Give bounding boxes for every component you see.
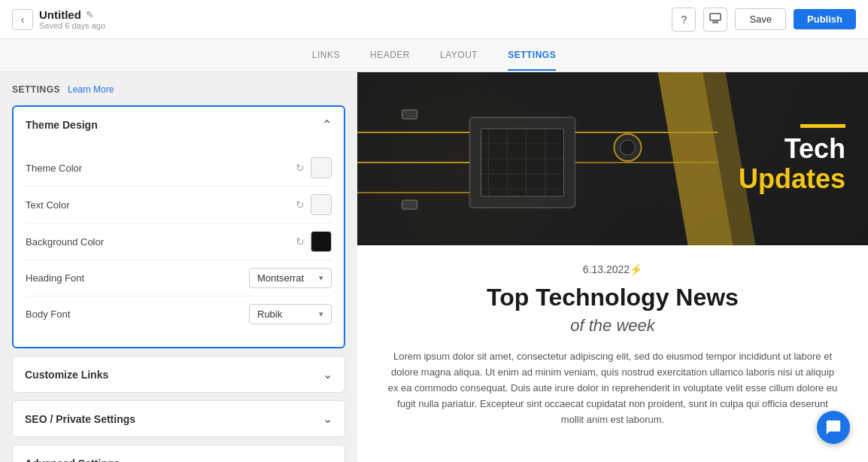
desktop-icon — [709, 13, 721, 26]
svg-rect-0 — [710, 14, 721, 20]
text-color-controls: ↻ — [296, 194, 332, 215]
chat-icon — [825, 419, 842, 436]
heading-font-dropdown[interactable]: Montserrat ▾ — [249, 268, 332, 288]
learn-more-link[interactable]: Learn More — [68, 84, 114, 95]
edit-icon[interactable]: ✎ — [86, 9, 94, 20]
article-subtitle: of the week — [387, 316, 838, 336]
hero-tech-text: Tech — [739, 134, 845, 164]
svg-point-23 — [621, 140, 636, 155]
heading-font-value: Montserrat — [257, 272, 304, 284]
right-preview: Tech Updates 6.13.2022⚡ Top Technology N… — [357, 72, 868, 462]
customize-links-header[interactable]: Customize Links ⌄ — [13, 357, 344, 392]
theme-design-section: Theme Design ⌃ Theme Color ↻ Text Color … — [12, 105, 345, 348]
left-panel: SETTINGS Learn More Theme Design ⌃ Theme… — [0, 72, 357, 462]
text-color-row: Text Color ↻ — [26, 186, 332, 223]
bg-color-reset-icon[interactable]: ↻ — [296, 236, 305, 248]
theme-design-body: Theme Color ↻ Text Color ↻ Backg — [14, 142, 344, 347]
bg-color-controls: ↻ — [296, 231, 332, 252]
chat-bubble-button[interactable] — [817, 411, 850, 444]
lightning-icon: ⚡ — [630, 263, 642, 275]
heading-font-label: Heading Font — [26, 272, 84, 284]
chevron-down-icon-1: ⌄ — [323, 367, 332, 381]
body-font-value: Rubik — [257, 309, 282, 320]
theme-color-label: Theme Color — [26, 163, 82, 174]
preview-content: 6.13.2022⚡ Top Technology News of the we… — [357, 245, 868, 445]
tab-settings[interactable]: SETTINGS — [508, 41, 556, 71]
text-color-swatch[interactable] — [311, 194, 332, 215]
seo-settings-title: SEO / Private Settings — [25, 413, 135, 425]
body-font-row: Body Font Rubik ▾ — [26, 296, 332, 332]
theme-design-title: Theme Design — [26, 119, 98, 131]
advanced-settings-section: Advanced Settings ⌄ — [12, 445, 345, 462]
back-button[interactable]: ‹ — [12, 9, 33, 30]
hero-background: Tech Updates — [357, 72, 868, 245]
bg-color-label: Background Color — [26, 236, 104, 248]
customize-links-title: Customize Links — [25, 369, 108, 381]
saved-text: Saved 6 days ago — [39, 21, 105, 30]
help-icon: ? — [681, 14, 687, 26]
back-icon: ‹ — [21, 14, 25, 26]
topbar: ‹ Untitled ✎ Saved 6 days ago ? Save — [0, 0, 868, 39]
bg-color-swatch[interactable] — [311, 231, 332, 252]
svg-rect-20 — [402, 110, 417, 119]
nav-tabs: LINKS HEADER LAYOUT SETTINGS — [0, 39, 868, 72]
save-button[interactable]: Save — [735, 8, 786, 30]
svg-rect-21 — [402, 200, 417, 209]
main-content: SETTINGS Learn More Theme Design ⌃ Theme… — [0, 72, 868, 462]
article-title: Top Technology News — [387, 283, 838, 312]
settings-label: SETTINGS — [12, 84, 60, 95]
body-font-dropdown[interactable]: Rubik ▾ — [249, 304, 332, 324]
preview-hero: Tech Updates — [357, 72, 868, 245]
title-row: Untitled ✎ — [39, 8, 105, 21]
body-font-label: Body Font — [26, 309, 70, 320]
date-text: 6.13.2022 — [583, 263, 630, 275]
bg-color-row: Background Color ↻ — [26, 223, 332, 260]
chevron-down-icon-3: ⌄ — [323, 456, 332, 462]
hero-text-overlay: Tech Updates — [739, 124, 845, 193]
heading-font-row: Heading Font Montserrat ▾ — [26, 260, 332, 296]
seo-settings-section: SEO / Private Settings ⌄ — [12, 400, 345, 437]
text-color-reset-icon[interactable]: ↻ — [296, 199, 305, 211]
body-font-chevron-icon: ▾ — [319, 309, 323, 319]
article-body: Lorem ipsum dolor sit amet, consectetur … — [387, 349, 838, 427]
desktop-preview-button[interactable] — [703, 8, 727, 32]
date-line: 6.13.2022⚡ — [387, 263, 838, 275]
tab-layout[interactable]: LAYOUT — [440, 41, 478, 71]
customize-links-section: Customize Links ⌄ — [12, 356, 345, 393]
theme-color-row: Theme Color ↻ — [26, 150, 332, 186]
seo-settings-header[interactable]: SEO / Private Settings ⌄ — [13, 401, 344, 436]
text-color-label: Text Color — [26, 199, 70, 211]
theme-color-reset-icon[interactable]: ↻ — [296, 162, 305, 174]
topbar-right: ? Save Publish — [672, 8, 856, 32]
hero-updates-text: Updates — [739, 164, 845, 194]
advanced-settings-header[interactable]: Advanced Settings ⌄ — [13, 445, 344, 462]
tab-links[interactable]: LINKS — [312, 41, 340, 71]
publish-button[interactable]: Publish — [794, 9, 856, 29]
chevron-up-icon: ⌃ — [322, 117, 332, 132]
svg-rect-6 — [481, 129, 564, 196]
theme-color-controls: ↻ — [296, 157, 332, 178]
heading-font-chevron-icon: ▾ — [319, 273, 323, 283]
theme-design-header[interactable]: Theme Design ⌃ — [14, 107, 344, 142]
hero-yellow-bar — [800, 124, 845, 128]
topbar-left: ‹ Untitled ✎ Saved 6 days ago — [12, 8, 105, 30]
help-button[interactable]: ? — [672, 8, 696, 32]
advanced-settings-title: Advanced Settings — [25, 457, 120, 463]
chevron-down-icon-2: ⌄ — [323, 412, 332, 426]
settings-header: SETTINGS Learn More — [12, 84, 345, 95]
tab-header[interactable]: HEADER — [370, 41, 410, 71]
title-area: Untitled ✎ Saved 6 days ago — [39, 8, 105, 30]
page-title: Untitled — [39, 8, 81, 21]
theme-color-swatch[interactable] — [311, 157, 332, 178]
